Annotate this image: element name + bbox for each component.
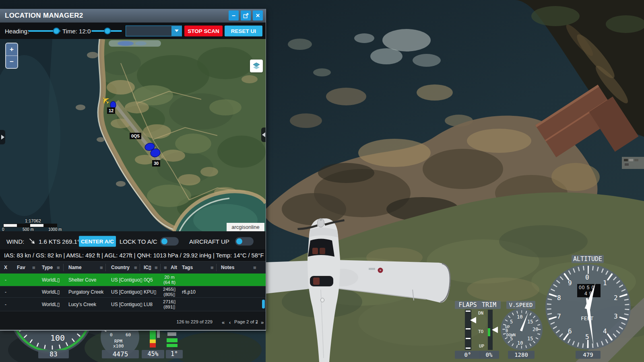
flaps-title: FLAPS xyxy=(455,301,481,309)
lock-to-aircraft-toggle[interactable] xyxy=(160,237,179,246)
wind-direction-icon xyxy=(28,237,36,245)
layers-icon xyxy=(252,62,261,70)
aircraft-up-toggle[interactable] xyxy=(235,237,254,246)
col-tags[interactable]: Tags xyxy=(182,261,193,274)
altitude-gauge: 0 1 2 3 4 5 6 7 8 9 FEET 00 5 0 4 9 xyxy=(545,264,631,350)
column-menu-icon[interactable]: ≡ xyxy=(134,261,137,274)
col-x[interactable]: X xyxy=(4,261,7,274)
toggle-knob xyxy=(161,239,167,245)
zoom-in-button[interactable]: + xyxy=(6,43,17,56)
flaps-value: 0° xyxy=(455,351,481,359)
table-row[interactable]: - WorldL▯ Purgatory Creek US [Contiguo▯ … xyxy=(0,286,266,298)
col-country[interactable]: Country xyxy=(111,261,130,274)
vspeed-scale: 10 xyxy=(517,340,523,346)
column-menu-icon[interactable]: ≡ xyxy=(57,261,60,274)
table-row[interactable]: - WorldL▯ Lucy's Creek US [Contiguo▯ LU8… xyxy=(0,298,266,311)
flaps-pointer xyxy=(470,317,476,323)
reset-ui-button[interactable]: RESET UI xyxy=(225,25,262,36)
scale-mid-label: 500 m xyxy=(23,227,34,231)
rpm-min-label: 0 xyxy=(110,332,113,337)
throttle-value: 45% xyxy=(142,350,164,358)
table-scrollbar-thumb[interactable] xyxy=(262,300,265,309)
col-notes[interactable]: Notes xyxy=(221,261,234,274)
column-menu-icon[interactable]: ≡ xyxy=(155,261,158,274)
map-scale-ratio: 1:17062 xyxy=(25,218,41,223)
status-bar: WIND: 1.6 KTS 269.1° CENTER A/C LOCK TO … xyxy=(0,231,266,249)
heading-label: Heading: xyxy=(5,27,29,34)
wind-label: WIND: xyxy=(6,238,24,245)
col-icao[interactable]: IC▯ xyxy=(144,261,151,274)
vspeed-scale: 20 xyxy=(533,327,538,332)
location-dropdown[interactable] xyxy=(126,25,182,36)
pagination-range: 126 to 229 of 229 xyxy=(161,319,213,324)
pagination-bar: 126 to 229 of 229 « ‹ Page 2 of 2 › » xyxy=(0,311,266,330)
center-aircraft-button[interactable]: CENTER A/C xyxy=(79,236,116,247)
next-page-button[interactable]: › xyxy=(256,319,258,325)
flight-sim-screen: 100 83 0 60 RPM x100 4475 45% 1° FLAPS xyxy=(0,0,644,362)
location-manager-window: LOCATION MANAGER2 – × Heading: Time: 12:… xyxy=(0,9,266,331)
map-marker-label[interactable]: 12 xyxy=(107,107,115,114)
lock-to-aircraft-label: LOCK TO A/C xyxy=(120,238,157,245)
title-bar[interactable]: LOCATION MANAGER2 – × xyxy=(0,9,266,23)
prev-page-button[interactable]: ‹ xyxy=(229,319,231,325)
rpm-max-label: 60 xyxy=(126,332,131,337)
map-attribution: arcgisonline xyxy=(227,223,264,231)
map-marker-label[interactable]: 0Q5 xyxy=(130,133,141,139)
map-scale-bar xyxy=(3,224,57,227)
stop-scan-button[interactable]: STOP SCAN xyxy=(184,25,223,36)
popout-button[interactable] xyxy=(241,10,251,21)
time-slider[interactable] xyxy=(91,30,122,32)
heading-slider[interactable] xyxy=(28,30,60,32)
first-page-button[interactable]: « xyxy=(222,319,225,325)
col-alt[interactable]: Alt xyxy=(171,261,177,274)
map-pan-right-handle[interactable] xyxy=(261,128,266,142)
trim-dn-label: DN xyxy=(478,311,483,316)
heading-slider-thumb[interactable] xyxy=(53,27,60,34)
rpm-label-2: x100 xyxy=(113,343,124,349)
map-marker-label[interactable]: 30 xyxy=(152,160,160,167)
vspeed-scale: 10 xyxy=(517,314,522,320)
time-slider-thumb[interactable] xyxy=(104,27,111,34)
altitude-title: ALTITUDE xyxy=(572,255,604,263)
toggle-knob xyxy=(236,239,242,245)
close-button[interactable]: × xyxy=(253,10,263,21)
vspeed-value: 1280 xyxy=(508,351,535,359)
scale-end-label: 1000 m xyxy=(48,227,62,231)
column-menu-icon[interactable]: ≡ xyxy=(253,261,256,274)
table-row-selected[interactable]: - WorldL▯ Shelter Cove US [Contiguo▯ 0Q5… xyxy=(0,274,266,286)
map-layers-button[interactable] xyxy=(250,60,263,72)
scale-start-label: 0 xyxy=(2,227,4,231)
rpm-value: 4475 xyxy=(102,350,139,358)
altitude-value: 479 xyxy=(576,351,601,359)
trim-pointer xyxy=(492,327,498,333)
airspeed-dial-label: 100 xyxy=(50,333,65,343)
popout-icon xyxy=(243,13,249,19)
trim-to-label: TO xyxy=(478,329,483,334)
column-menu-icon[interactable]: ≡ xyxy=(211,261,214,274)
trim-title: TRIM xyxy=(477,301,501,309)
col-fav[interactable]: Fav xyxy=(17,261,25,274)
zoom-out-button[interactable]: − xyxy=(6,56,17,68)
chevron-down-icon[interactable] xyxy=(171,26,182,36)
flaps-track xyxy=(465,310,471,350)
aircraft-up-label: AIRCRAFT UP xyxy=(189,238,229,245)
arrow-left-icon xyxy=(262,132,265,137)
pitch-value: 1° xyxy=(166,350,183,358)
vspeed-gauge: UP 0 DOWN 5 10 15 20 15 10 5 xyxy=(501,309,543,350)
column-menu-icon[interactable]: ≡ xyxy=(100,261,103,274)
vspeed-scale: 15 xyxy=(527,319,533,325)
minimize-button[interactable]: – xyxy=(229,10,239,21)
last-page-button[interactable]: » xyxy=(261,319,264,325)
column-menu-icon[interactable]: ≡ xyxy=(164,261,167,274)
col-type[interactable]: Type xyxy=(42,261,53,274)
column-menu-icon[interactable]: ≡ xyxy=(32,261,35,274)
time-label: Time: 12:0 xyxy=(62,27,91,34)
map-zoom-control: + − xyxy=(5,43,18,69)
map-pan-left-handle[interactable] xyxy=(0,130,5,144)
trim-value: 0% xyxy=(479,351,499,359)
map-view[interactable]: ✈ 12 0Q5 30 + − 1:17062 xyxy=(0,39,266,231)
vspeed-scale: 5 xyxy=(510,319,513,325)
wind-value: 1.6 KTS 269.1° xyxy=(39,238,80,245)
col-name[interactable]: Name xyxy=(68,261,82,274)
throttle-bar xyxy=(150,328,156,348)
